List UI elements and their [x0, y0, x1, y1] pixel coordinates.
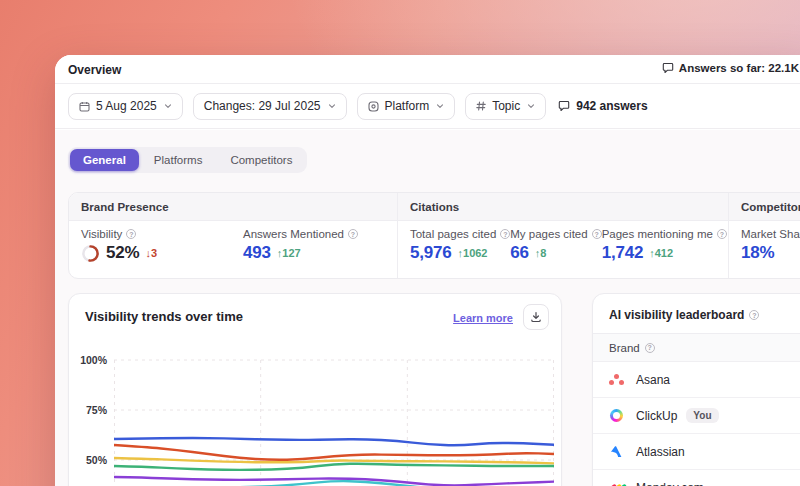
trend-line-chart — [114, 350, 554, 486]
metric-total-pages-cited-label: Total pages cited — [410, 228, 496, 240]
visibility-trends-card: Visibility trends over time Learn more 1… — [68, 293, 562, 486]
page-title: Overview — [68, 63, 121, 77]
date-filter-button[interactable]: 5 Aug 2025 — [68, 93, 183, 120]
app-window: Overview Answers so far: 22.1K 5 Aug 202… — [55, 55, 800, 486]
metric-my-pages-cited: My pages cited 66 8 — [510, 228, 601, 278]
info-icon[interactable] — [645, 343, 655, 353]
clickup-logo-icon — [609, 409, 625, 423]
y-axis-tick-75: 75% — [71, 404, 107, 416]
brand-name: Atlassian — [636, 445, 685, 459]
filter-bar: 5 Aug 2025 Changes: 29 Jul 2025 Platform — [55, 84, 800, 129]
download-icon — [530, 311, 542, 323]
y-axis-tick-100: 100% — [71, 354, 107, 366]
metric-my-pages-cited-label: My pages cited — [510, 228, 587, 240]
metric-total-pages-cited: Total pages cited 5,976 1062 — [410, 228, 510, 278]
platform-scope-icon — [368, 101, 379, 112]
brand-name: ClickUp — [636, 409, 677, 423]
metrics-group-citations: Citations Total pages cited 5,976 1062 — [397, 193, 728, 278]
brand-name: Monday.com — [636, 481, 704, 486]
info-icon[interactable] — [126, 229, 136, 239]
metric-pages-mentioning-me-delta: 412 — [649, 247, 673, 259]
leaderboard-row-asana[interactable]: Asana — [593, 362, 800, 398]
info-icon[interactable] — [749, 310, 759, 320]
tab-strip: General Platforms Competitors — [68, 147, 307, 173]
date-filter-label: 5 Aug 2025 — [96, 99, 157, 113]
answers-count: 942 answers — [558, 99, 647, 113]
topic-filter-button[interactable]: Topic — [465, 93, 546, 120]
group-title-brand-presence: Brand Presence — [69, 193, 397, 221]
info-icon[interactable] — [592, 229, 602, 239]
y-axis-tick-50: 50% — [71, 454, 107, 466]
changes-filter-label: Changes: 29 Jul 2025 — [204, 99, 321, 113]
metric-answers-mentioned-label: Answers Mentioned — [243, 228, 344, 240]
metric-answers-mentioned: Answers Mentioned 493 127 — [243, 228, 358, 278]
chevron-down-icon — [436, 102, 444, 110]
hash-icon — [476, 101, 486, 111]
leaderboard-row-atlassian[interactable]: Atlassian — [593, 434, 800, 470]
asana-logo-icon — [609, 373, 625, 387]
answers-count-text: 942 answers — [576, 99, 647, 113]
leaderboard-title: AI visibility leaderboard — [609, 308, 744, 322]
platform-filter-label: Platform — [385, 99, 430, 113]
group-title-citations: Citations — [398, 193, 728, 221]
metric-market-share: Market Share 18% — [741, 228, 800, 278]
tab-competitors[interactable]: Competitors — [217, 149, 305, 171]
metric-pages-mentioning-me-label: Pages mentioning me — [602, 228, 713, 240]
brand-column-header: Brand — [609, 342, 640, 354]
chevron-down-icon — [328, 102, 336, 110]
top-bar: Overview Answers so far: 22.1K — [55, 55, 800, 84]
tab-platforms[interactable]: Platforms — [141, 149, 216, 171]
metrics-panel: Brand Presence Visibility 52% — [68, 192, 800, 279]
download-button[interactable] — [523, 304, 549, 330]
metric-market-share-label: Market Share — [741, 228, 800, 240]
metric-visibility: Visibility 52% 3 — [81, 228, 243, 278]
dashboard-content: General Platforms Competitors Brand Pres… — [55, 130, 800, 486]
chevron-down-icon — [164, 102, 172, 110]
metric-visibility-value: 52% — [106, 243, 139, 263]
leaderboard-row-clickup[interactable]: ClickUp You — [593, 398, 800, 434]
learn-more-link[interactable]: Learn more — [453, 312, 513, 324]
atlassian-logo-icon — [609, 445, 625, 459]
leaderboard-row-monday[interactable]: Monday.com — [593, 470, 800, 486]
chat-bubble-icon — [558, 100, 570, 112]
metric-pages-mentioning-me: Pages mentioning me 1,742 412 — [602, 228, 727, 278]
chart-title: Visibility trends over time — [85, 309, 243, 324]
metric-visibility-delta: 3 — [145, 247, 157, 259]
metric-total-pages-cited-value: 5,976 — [410, 243, 452, 263]
info-icon[interactable] — [500, 229, 510, 239]
brand-name: Asana — [636, 373, 670, 387]
chat-bubble-icon — [662, 62, 674, 74]
you-badge: You — [686, 408, 718, 423]
metric-my-pages-cited-delta: 8 — [535, 247, 547, 259]
metric-market-share-value: 18% — [741, 243, 774, 263]
ai-visibility-leaderboard-card: AI visibility leaderboard Brand Asana Cl… — [592, 293, 800, 486]
info-icon[interactable] — [717, 229, 727, 239]
topic-filter-label: Topic — [492, 99, 520, 113]
tab-general[interactable]: General — [70, 149, 139, 171]
info-icon[interactable] — [348, 229, 358, 239]
answers-so-far-text: Answers so far: 22.1K — [679, 62, 799, 74]
metrics-group-brand-presence: Brand Presence Visibility 52% — [69, 193, 397, 278]
metric-my-pages-cited-value: 66 — [510, 243, 529, 263]
metric-pages-mentioning-me-value: 1,742 — [602, 243, 644, 263]
changes-filter-button[interactable]: Changes: 29 Jul 2025 — [193, 93, 347, 120]
platform-filter-button[interactable]: Platform — [357, 93, 456, 120]
calendar-icon — [79, 101, 90, 112]
metrics-group-competitors: Competitors Market Share 18% — [728, 193, 800, 278]
visibility-gauge-ring — [81, 244, 100, 263]
metric-answers-mentioned-value: 493 — [243, 243, 271, 263]
chevron-down-icon — [527, 102, 535, 110]
monday-logo-icon — [609, 481, 625, 486]
metric-answers-mentioned-delta: 127 — [277, 247, 301, 259]
metric-total-pages-cited-delta: 1062 — [458, 247, 488, 259]
answers-so-far: Answers so far: 22.1K — [662, 62, 799, 74]
group-title-competitors: Competitors — [729, 193, 800, 221]
metric-visibility-label: Visibility — [81, 228, 122, 240]
